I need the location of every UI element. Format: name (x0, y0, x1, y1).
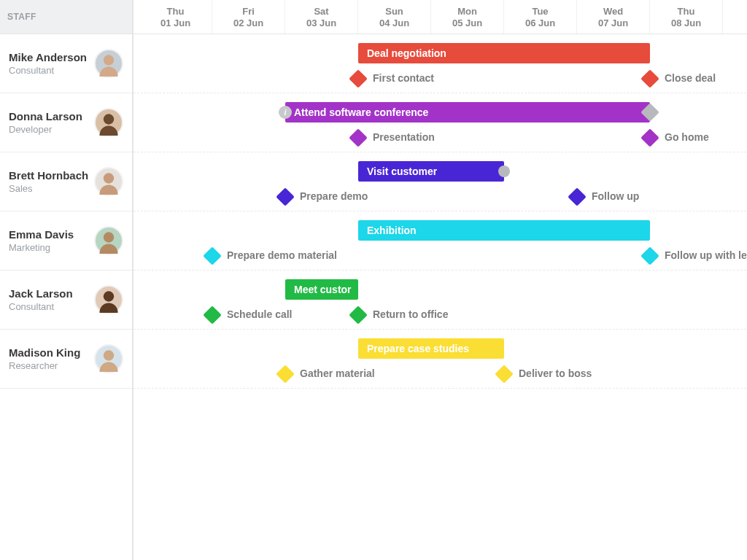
avatar (94, 49, 123, 78)
staff-role: Marketing (9, 242, 74, 253)
avatar (94, 226, 123, 255)
svg-point-0 (104, 55, 114, 65)
milestone-label: Schedule call (227, 308, 292, 320)
milestone-label: Return to office (373, 308, 448, 320)
day-date: 06 Jun (525, 18, 555, 28)
day-header-cell[interactable]: Thu08 Jun (650, 0, 723, 34)
staff-text: Madison KingResearcher (9, 346, 80, 371)
task-bar[interactable]: Deal negotiation (358, 43, 650, 63)
day-of-week: Wed (603, 6, 623, 17)
info-icon[interactable]: i (279, 106, 292, 119)
task-bar[interactable]: Prepare case studies (358, 338, 504, 359)
staff-row[interactable]: Mike AndersonConsultant (0, 34, 132, 93)
staff-text: Mike AndersonConsultant (9, 51, 87, 76)
task-bar[interactable]: Meet custor (285, 279, 358, 300)
day-header-cell[interactable]: Tue06 Jun (504, 0, 577, 34)
day-date: 07 Jun (598, 18, 628, 28)
timeline-row[interactable] (133, 271, 747, 330)
day-header: Thu01 JunFri02 JunSat03 JunSun04 JunMon0… (133, 0, 747, 34)
day-date: 05 Jun (452, 18, 482, 28)
sidebar-title: STAFF (7, 12, 36, 22)
staff-role: Researcher (9, 360, 80, 371)
milestone-label: Follow up with leads (665, 249, 747, 261)
staff-name: Emma Davis (9, 228, 74, 241)
milestone-label: Follow up (592, 190, 639, 202)
avatar (94, 344, 123, 373)
staff-sidebar: STAFF Mike AndersonConsultantDonna Larso… (0, 0, 133, 560)
avatar (94, 108, 123, 137)
avatar (94, 167, 123, 196)
staff-text: Emma DavisMarketing (9, 228, 74, 253)
milestone-label: Presentation (373, 131, 435, 143)
staff-name: Mike Anderson (9, 51, 87, 63)
staff-text: Brett HornbachSales (9, 169, 88, 194)
svg-point-5 (104, 350, 114, 360)
day-of-week: Tue (532, 6, 548, 17)
timeline-lanes[interactable]: Deal negotiationFirst contactClose dealA… (133, 34, 747, 560)
staff-name: Jack Larson (9, 287, 73, 300)
svg-point-1 (104, 114, 114, 124)
sidebar-header: STAFF (0, 0, 132, 34)
staff-row[interactable]: Jack LarsonConsultant (0, 271, 132, 330)
day-of-week: Sun (385, 6, 403, 17)
staff-row[interactable]: Madison KingResearcher (0, 330, 132, 389)
staff-row[interactable]: Donna LarsonDeveloper (0, 93, 132, 152)
task-bar[interactable]: Exhibition (358, 220, 650, 241)
staff-role: Sales (9, 183, 88, 194)
staff-text: Donna LarsonDeveloper (9, 110, 82, 135)
milestone-label: Deliver to boss (519, 368, 592, 379)
app-root: STAFF Mike AndersonConsultantDonna Larso… (0, 0, 747, 560)
day-header-cell[interactable]: 0 (723, 0, 747, 34)
milestone-label: First contact (373, 72, 434, 84)
day-of-week: Sat (314, 6, 328, 17)
drag-handle-icon[interactable] (498, 166, 510, 177)
day-header-cell[interactable]: Sun04 Jun (358, 0, 431, 34)
staff-name: Donna Larson (9, 110, 82, 122)
staff-text: Jack LarsonConsultant (9, 287, 73, 312)
staff-name: Brett Hornbach (9, 169, 88, 182)
staff-name: Madison King (9, 346, 80, 359)
staff-role: Consultant (9, 301, 73, 312)
day-date: 01 Jun (160, 18, 190, 28)
staff-list: Mike AndersonConsultantDonna LarsonDevel… (0, 34, 132, 389)
day-of-week: Thu (167, 6, 185, 17)
milestone-label: Prepare demo (300, 190, 368, 202)
svg-point-2 (104, 173, 114, 183)
milestone-label: Prepare demo material (227, 249, 337, 261)
day-header-cell[interactable]: Mon05 Jun (431, 0, 504, 34)
day-date: 04 Jun (379, 18, 409, 28)
day-of-week: Fri (242, 6, 255, 17)
milestone-label: Close deal (665, 72, 716, 84)
svg-point-3 (104, 232, 114, 242)
day-date: 08 Jun (671, 18, 701, 28)
day-header-cell[interactable]: Fri02 Jun (212, 0, 285, 34)
staff-row[interactable]: Emma DavisMarketing (0, 211, 132, 271)
day-header-cell[interactable]: Sat03 Jun (285, 0, 358, 34)
task-bar[interactable]: Visit customer (358, 161, 504, 182)
milestone-label: Go home (665, 131, 709, 143)
day-of-week: Thu (678, 6, 695, 17)
day-header-cell[interactable]: Wed07 Jun (577, 0, 650, 34)
staff-row[interactable]: Brett HornbachSales (0, 152, 132, 211)
timeline[interactable]: Thu01 JunFri02 JunSat03 JunSun04 JunMon0… (133, 0, 747, 560)
staff-role: Consultant (9, 65, 87, 76)
day-date: 03 Jun (306, 18, 336, 28)
task-bar[interactable]: Attend software conference (285, 102, 650, 122)
staff-role: Developer (9, 124, 82, 135)
day-header-cell[interactable]: Thu01 Jun (139, 0, 212, 34)
day-date: 02 Jun (233, 18, 263, 28)
svg-point-4 (104, 291, 114, 301)
day-of-week: Mon (457, 6, 477, 17)
milestone-label: Gather material (300, 368, 375, 379)
avatar (94, 285, 123, 314)
